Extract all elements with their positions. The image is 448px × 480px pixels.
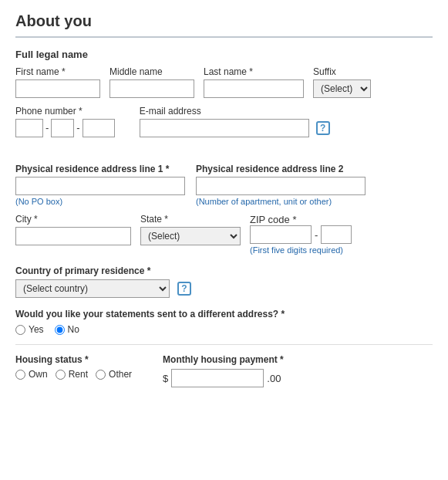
housing-other-label: Other	[109, 369, 132, 380]
first-name-group: First name *	[15, 66, 100, 98]
suffix-group: Suffix (Select) Jr. Sr. II III	[313, 66, 371, 98]
payment-input-row: $ .00	[163, 369, 284, 387]
housing-rent-label: Rent	[69, 369, 88, 380]
zip-main-input[interactable]	[250, 225, 312, 244]
phone-sep-1: -	[45, 122, 49, 134]
addr2-hint: (Number of apartment, unit or other)	[196, 197, 365, 206]
name-row: First name * Middle name Last name * Suf…	[15, 66, 433, 98]
housing-own-radio[interactable]	[15, 370, 25, 380]
country-group: Country of primary residence * (Select c…	[15, 265, 433, 298]
statements-section: Would you like your statements sent to a…	[15, 309, 433, 335]
housing-status-label: Housing status *	[15, 354, 132, 365]
statements-no-label: No	[68, 324, 79, 335]
address-row: Physical residence address line 1 * (No …	[15, 164, 433, 206]
first-name-input[interactable]	[15, 79, 100, 98]
last-name-label: Last name *	[204, 66, 304, 77]
middle-name-group: Middle name	[109, 66, 194, 98]
housing-own-option: Own	[15, 369, 48, 380]
city-state-zip-row: City * State * (Select) ALAKAZAR CACOCTD…	[15, 214, 433, 255]
addr1-input[interactable]	[15, 177, 185, 195]
phone-area-input[interactable]	[15, 119, 43, 137]
phone-email-row: Phone number * - - E-mail address ?	[15, 106, 433, 137]
country-select[interactable]: (Select country) United States Canada Me…	[15, 279, 170, 298]
statements-yes-radio[interactable]	[15, 325, 25, 335]
email-label: E-mail address	[140, 106, 330, 117]
housing-status-col: Housing status * Own Rent Other	[15, 354, 132, 380]
email-group: E-mail address ?	[140, 106, 330, 137]
phone-sep-2: -	[76, 122, 79, 134]
state-select[interactable]: (Select) ALAKAZAR CACOCTDE FLGAHIID ILIN…	[140, 227, 241, 245]
zip-inputs: -	[250, 225, 352, 244]
addr1-col: Physical residence address line 1 * (No …	[15, 164, 185, 206]
housing-radios: Own Rent Other	[15, 369, 132, 380]
currency-cents: .00	[267, 373, 281, 384]
addr2-col: Physical residence address line 2 (Numbe…	[196, 164, 365, 206]
section-divider	[15, 344, 433, 345]
monthly-payment-input[interactable]	[171, 369, 264, 387]
monthly-payment-label: Monthly housing payment *	[163, 354, 284, 365]
phone-end-input[interactable]	[83, 119, 115, 137]
city-group: City *	[15, 214, 131, 245]
country-section: Country of primary residence * (Select c…	[15, 265, 433, 298]
housing-other-option: Other	[96, 369, 132, 380]
statements-radio-group: Yes No	[15, 324, 433, 335]
full-legal-name-section: Full legal name	[15, 49, 433, 60]
email-help-icon[interactable]: ?	[316, 121, 330, 135]
email-input[interactable]	[140, 119, 309, 137]
statements-label: Would you like your statements sent to a…	[15, 309, 433, 319]
zip-label: ZIP code *	[250, 214, 352, 225]
statements-yes-label: Yes	[29, 324, 44, 335]
title-divider	[15, 36, 433, 38]
phone-label: Phone number *	[15, 106, 115, 117]
city-input[interactable]	[15, 227, 131, 245]
phone-mid-input[interactable]	[51, 119, 74, 137]
middle-name-label: Middle name	[109, 66, 194, 77]
statements-yes-option: Yes	[15, 324, 44, 335]
addr1-hint: (No PO box)	[15, 197, 185, 206]
zip-group: ZIP code * - (First five digits required…	[250, 214, 352, 255]
city-label: City *	[15, 214, 131, 225]
statements-no-radio[interactable]	[55, 325, 65, 335]
last-name-input[interactable]	[204, 79, 304, 98]
suffix-select[interactable]: (Select) Jr. Sr. II III	[313, 79, 371, 98]
housing-rent-option: Rent	[56, 369, 88, 380]
zip-sep: -	[315, 229, 318, 241]
middle-name-input[interactable]	[109, 79, 194, 98]
country-select-row: (Select country) United States Canada Me…	[15, 279, 433, 298]
state-label: State *	[140, 214, 241, 225]
addr2-label: Physical residence address line 2	[196, 164, 365, 174]
housing-own-label: Own	[29, 369, 48, 380]
housing-row: Housing status * Own Rent Other Monthly …	[15, 354, 433, 387]
first-name-label: First name *	[15, 66, 100, 77]
state-group: State * (Select) ALAKAZAR CACOCTDE FLGAH…	[140, 214, 241, 245]
currency-symbol: $	[163, 373, 168, 384]
country-help-icon[interactable]: ?	[177, 282, 191, 296]
phone-inputs: - -	[15, 119, 115, 137]
addr2-input[interactable]	[196, 177, 365, 195]
last-name-group: Last name *	[204, 66, 304, 98]
zip-ext-input[interactable]	[321, 225, 352, 244]
suffix-label: Suffix	[313, 66, 371, 77]
zip-hint: (First five digits required)	[250, 245, 352, 255]
housing-other-radio[interactable]	[96, 370, 106, 380]
phone-group: Phone number * - -	[15, 106, 115, 137]
addr1-label: Physical residence address line 1 *	[15, 164, 185, 174]
page-title: About you	[15, 12, 433, 30]
monthly-payment-col: Monthly housing payment * $ .00	[163, 354, 284, 387]
housing-rent-radio[interactable]	[56, 370, 66, 380]
country-label: Country of primary residence *	[15, 265, 433, 276]
statements-no-option: No	[55, 324, 79, 335]
